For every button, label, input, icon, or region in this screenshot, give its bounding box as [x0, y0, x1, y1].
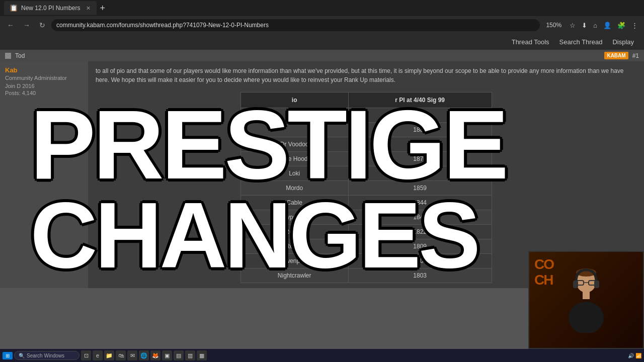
profile-icon[interactable]: 👤 [601, 21, 613, 30]
svg-rect-6 [583, 292, 590, 299]
post-text: to all of pio and that some of our playe… [96, 66, 636, 84]
table-row: Hyperion1840 [240, 210, 492, 225]
post-number-container: KABAM #1 [604, 52, 639, 59]
taskbar: ⊞ 🔍 Search Windows ⊡ e 📁 🛍 ✉ 🌐 🦊 ▣ ▤ ▥ ▦… [0, 349, 644, 362]
post-number: #1 [632, 52, 639, 59]
table-row: The Hood1876 [240, 152, 492, 166]
search-thread-link[interactable]: Search Thread [559, 38, 603, 46]
table-row: Dr Voodoo1877 [240, 137, 492, 152]
forward-button[interactable]: → [20, 19, 33, 31]
taskbar-icon-ie[interactable]: e [93, 350, 103, 360]
pi-cell: 1840 [348, 210, 492, 225]
svg-rect-8 [594, 281, 599, 288]
table-row: Loki1859 [240, 166, 492, 181]
user-role: Community Administrator [5, 75, 83, 81]
join-year: 2016 [22, 83, 34, 89]
webcam-bg-text: COCH [534, 257, 553, 288]
webcam-content: COCH [529, 252, 643, 348]
download-icon[interactable]: ⬇ [580, 21, 589, 30]
taskbar-icon-firefox[interactable]: 🦊 [150, 350, 160, 360]
new-tab-button[interactable]: + [100, 4, 105, 13]
user-sidebar: Kab Community Administrator Join D 2016 … [0, 61, 88, 288]
person-silhouette [561, 267, 611, 333]
pi-cell: 1859 [348, 181, 492, 196]
taskbar-icon-mail[interactable]: ✉ [127, 350, 137, 360]
pi-table: io r PI at 4/40 Sig 99 19751885Dr Voodoo… [240, 92, 492, 283]
taskbar-search[interactable]: 🔍 Search Windows [14, 351, 79, 360]
taskbar-search-text: Search Windows [27, 353, 64, 358]
taskbar-icon-app2[interactable]: ▤ [174, 350, 184, 360]
taskbar-icon-chrome[interactable]: 🌐 [139, 350, 149, 360]
table-row: Mordo1859 [240, 181, 492, 196]
join-label: Join D [5, 83, 21, 89]
table-header-champion: io [240, 93, 348, 108]
champion-cell: Hyperion [240, 210, 348, 225]
table-row: 1975 [240, 108, 492, 123]
page-content: Thread Tools Search Thread Display Tod K… [0, 34, 644, 349]
svg-point-5 [569, 302, 604, 333]
pi-cell: 1877 [348, 137, 492, 152]
kabam-logo: KABAM [604, 52, 628, 59]
taskbar-right: 🔊 📶 [628, 353, 641, 358]
search-icon: 🔍 [19, 353, 25, 358]
tab-title: New 12.0 PI Numbers [21, 5, 80, 12]
champion-cell: Gwenpool [240, 254, 348, 268]
champion-cell [240, 108, 348, 123]
address-bar[interactable] [51, 19, 540, 31]
tab-favicon: 📋 [10, 5, 17, 12]
posts-label: Posts: [5, 90, 21, 96]
taskbar-icon-task-view[interactable]: ⊡ [81, 350, 91, 360]
refresh-button[interactable]: ↻ [36, 19, 48, 31]
champion-cell [240, 123, 348, 137]
svg-rect-7 [573, 281, 578, 288]
post-header: Tod KABAM #1 [0, 50, 644, 61]
pi-cell: 1876 [348, 152, 492, 166]
champion-cell: Rocket [240, 225, 348, 239]
pi-cell: 1808 [348, 254, 492, 268]
home-icon[interactable]: ⌂ [591, 21, 599, 30]
champion-cell: The Hood [240, 152, 348, 166]
champion-cell: Dr Voodoo [240, 137, 348, 152]
pi-cell: 1822 [348, 225, 492, 239]
table-row: Rogue1809 [240, 239, 492, 254]
thread-tools-link[interactable]: Thread Tools [512, 38, 549, 46]
nav-icons: ☆ ⬇ ⌂ 👤 🧩 ⋮ [568, 21, 640, 30]
table-row: 1885 [240, 123, 492, 137]
champion-cell: Nightcrawler [240, 268, 348, 283]
display-link[interactable]: Display [612, 38, 634, 46]
back-button[interactable]: ← [4, 19, 17, 31]
username: Kab [5, 66, 83, 74]
table-header-pi: r PI at 4/40 Sig 99 [348, 93, 492, 108]
taskbar-icon-store[interactable]: 🛍 [116, 350, 126, 360]
pi-cell: 1975 [348, 108, 492, 123]
tab-bar: 📋 New 12.0 PI Numbers ✕ + [0, 0, 644, 16]
taskbar-icon-folder[interactable]: 📁 [104, 350, 114, 360]
champion-cell: Rogue [240, 239, 348, 254]
extension-icon[interactable]: 🧩 [615, 21, 627, 30]
forum-topnav: Thread Tools Search Thread Display [0, 34, 644, 50]
pi-cell: 1809 [348, 239, 492, 254]
post-icon [5, 53, 11, 59]
table-row: Rocket1822 [240, 225, 492, 239]
browser-chrome: 📋 New 12.0 PI Numbers ✕ + ← → ↻ 150% ☆ ⬇… [0, 0, 644, 34]
start-button[interactable]: ⊞ [3, 352, 13, 359]
champion-cell: Loki [240, 166, 348, 181]
post-label: Tod [15, 52, 25, 59]
taskbar-icon-app3[interactable]: ▥ [185, 350, 195, 360]
browser-tab[interactable]: 📋 New 12.0 PI Numbers ✕ [4, 1, 97, 15]
pi-cell: 1885 [348, 123, 492, 137]
nav-bar: ← → ↻ 150% ☆ ⬇ ⌂ 👤 🧩 ⋮ [0, 16, 644, 34]
bookmark-icon[interactable]: ☆ [568, 21, 578, 30]
menu-icon[interactable]: ⋮ [629, 21, 640, 30]
posts-count: 4,140 [22, 90, 36, 96]
taskbar-icon-app1[interactable]: ▣ [162, 350, 172, 360]
pi-cell: 1803 [348, 268, 492, 283]
user-posts: Posts: 4,140 [5, 90, 83, 96]
taskbar-icon-app4[interactable]: ▦ [197, 350, 207, 360]
user-join: Join D 2016 [5, 83, 83, 89]
tab-close-button[interactable]: ✕ [86, 5, 91, 12]
table-row: Gwenpool1808 [240, 254, 492, 268]
zoom-indicator: 150% [543, 22, 565, 29]
champion-cell: Mordo [240, 181, 348, 196]
webcam-overlay: COCH [528, 251, 644, 349]
